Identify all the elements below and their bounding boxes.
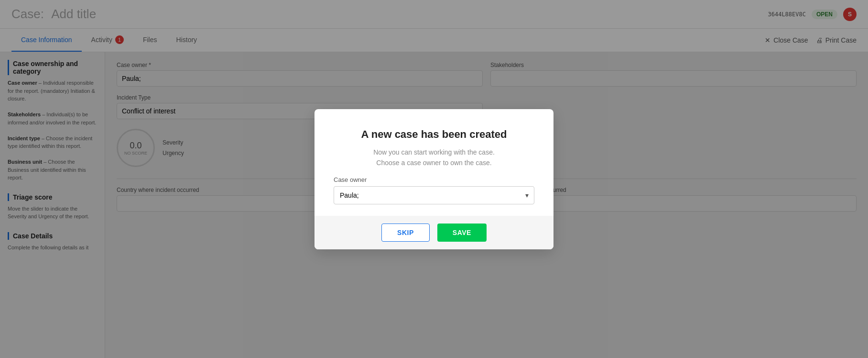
modal-footer: SKIP SAVE <box>315 216 553 249</box>
skip-button[interactable]: SKIP <box>381 224 430 242</box>
save-button[interactable]: SAVE <box>437 224 487 242</box>
modal-overlay: A new case has been created Now you can … <box>0 0 868 358</box>
modal-select-wrapper: Paula; ▾ <box>334 186 534 204</box>
modal: A new case has been created Now you can … <box>315 109 553 249</box>
modal-case-owner-label: Case owner <box>334 176 534 183</box>
modal-title: A new case has been created <box>334 128 534 141</box>
modal-subtitle-2: Choose a case owner to own the case. <box>334 159 534 167</box>
modal-subtitle-1: Now you can start working with the case. <box>334 148 534 156</box>
modal-case-owner-select[interactable]: Paula; <box>334 186 534 204</box>
modal-body: A new case has been created Now you can … <box>315 109 553 216</box>
modal-form: Case owner Paula; ▾ <box>334 176 534 204</box>
